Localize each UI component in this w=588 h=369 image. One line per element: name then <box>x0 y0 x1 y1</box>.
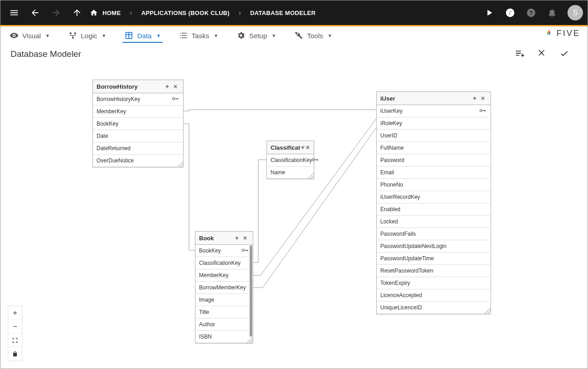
table-field[interactable]: Author <box>195 318 253 331</box>
table-field[interactable]: UniqueLicenceID <box>377 302 491 314</box>
menu-data[interactable]: Data▼ <box>123 28 163 43</box>
table-field[interactable]: BookKey <box>195 245 253 257</box>
menu-visual[interactable]: Visual▼ <box>8 28 52 43</box>
table-header[interactable]: BorrowHistory+× <box>93 80 183 93</box>
svg-rect-21 <box>484 111 485 111</box>
breadcrumb-applications[interactable]: APPLICATIONS (BOOK CLUB) <box>139 10 231 16</box>
table-field[interactable]: Name <box>267 167 314 179</box>
table-header[interactable]: Classificat+× <box>267 141 314 154</box>
table-borrowhistory[interactable]: BorrowHistory+×BorrowHistoryKeyMemberKey… <box>92 80 184 167</box>
svg-rect-13 <box>317 160 317 161</box>
table-field[interactable]: ClassificationKey <box>267 154 314 167</box>
table-field[interactable]: ISBN <box>195 331 253 343</box>
field-name: TokenExpiry <box>380 280 487 286</box>
menu-tasks[interactable]: Tasks▼ <box>177 28 220 43</box>
field-name: PasswordUpdateTime <box>380 255 487 262</box>
table-field[interactable]: TokenExpiry <box>377 277 491 289</box>
menu-logic[interactable]: Logic▼ <box>66 28 108 43</box>
field-name: OverDueNotice <box>97 157 179 164</box>
add-list-icon[interactable] <box>515 48 525 60</box>
field-name: FullName <box>380 145 487 151</box>
hamburger-menu-icon[interactable] <box>5 4 23 22</box>
play-icon[interactable] <box>480 4 498 22</box>
add-field-icon[interactable]: + <box>163 83 171 90</box>
table-field[interactable]: Email <box>377 167 491 179</box>
add-field-icon[interactable]: + <box>470 95 479 102</box>
close-table-icon[interactable]: × <box>171 83 179 90</box>
table-classificat[interactable]: Classificat+×ClassificationKeyName <box>266 141 314 179</box>
menu-label: Setup <box>249 32 267 40</box>
table-field[interactable]: DateReturned <box>93 142 183 155</box>
table-field[interactable]: Locked <box>377 216 491 228</box>
resize-handle[interactable] <box>484 308 491 314</box>
menu-setup[interactable]: Setup▼ <box>235 28 278 43</box>
title-bar: Database Modeler <box>0 45 588 60</box>
breadcrumb-home[interactable]: HOME <box>101 10 123 16</box>
top-header: HOME › APPLICATIONS (BOOK CLUB) › DATABA… <box>0 0 588 25</box>
field-name: Date <box>97 133 179 139</box>
logic-icon <box>68 31 77 40</box>
table-field[interactable]: Enabled <box>377 203 491 216</box>
search-icon[interactable] <box>501 4 519 22</box>
field-name: iUserKey <box>380 108 480 114</box>
table-header[interactable]: iUser+× <box>377 92 491 105</box>
table-field[interactable]: OverDueNotice <box>93 155 183 167</box>
table-field[interactable]: Password <box>377 154 491 167</box>
table-field[interactable]: MemberKey <box>93 106 183 118</box>
svg-rect-12 <box>317 160 318 161</box>
field-name: BookKey <box>97 121 179 127</box>
table-field[interactable]: UserID <box>377 130 491 142</box>
table-book[interactable]: Book+×BookKeyClassificationKeyMemberKeyB… <box>195 231 253 344</box>
table-field[interactable]: Image <box>195 294 253 306</box>
up-arrow-icon[interactable] <box>68 4 86 22</box>
table-field[interactable]: BorrowHistoryKey <box>93 93 183 106</box>
table-field[interactable]: iUserRecordKey <box>377 191 491 203</box>
resize-handle[interactable] <box>177 161 183 167</box>
back-arrow-icon[interactable] <box>26 4 44 22</box>
svg-point-14 <box>242 249 245 252</box>
field-name: Enabled <box>380 206 487 212</box>
table-field[interactable]: FullName <box>377 142 491 154</box>
table-field[interactable]: ResetPasswordToken <box>377 265 491 277</box>
table-field[interactable]: BookKey <box>93 118 183 130</box>
breadcrumb-current[interactable]: DATABASE MODELER <box>248 10 317 16</box>
table-field[interactable]: iRoleKey <box>377 117 491 130</box>
resize-handle[interactable] <box>246 337 253 343</box>
field-name: BorrowHistoryKey <box>97 96 172 102</box>
table-field[interactable]: PasswordUpdateTime <box>377 253 491 265</box>
table-field[interactable]: Date <box>93 130 183 142</box>
table-field[interactable]: PasswordFails <box>377 228 491 240</box>
close-table-icon[interactable]: × <box>305 144 310 151</box>
close-table-icon[interactable]: × <box>241 234 249 242</box>
table-field[interactable]: PhoneNo <box>377 179 491 191</box>
close-table-icon[interactable]: × <box>479 95 487 102</box>
field-name: PhoneNo <box>380 182 487 188</box>
table-field[interactable]: Title <box>195 306 253 318</box>
table-field[interactable]: iUserKey <box>377 105 491 117</box>
table-field[interactable]: MemberKey <box>195 269 253 282</box>
add-field-icon[interactable]: + <box>233 234 241 242</box>
zoom-out-button[interactable]: − <box>8 320 22 334</box>
close-icon[interactable] <box>537 48 547 60</box>
zoom-in-button[interactable]: + <box>8 306 22 320</box>
svg-point-6 <box>173 98 175 100</box>
help-icon[interactable]: ? <box>522 4 540 22</box>
svg-point-10 <box>312 159 315 161</box>
modeler-canvas[interactable]: BorrowHistory+×BorrowHistoryKeyMemberKey… <box>0 60 588 369</box>
fullscreen-button[interactable] <box>8 334 22 347</box>
resize-handle[interactable] <box>307 172 314 179</box>
menu-tools[interactable]: Tools▼ <box>292 28 334 43</box>
avatar[interactable]: S <box>568 5 583 20</box>
lock-button[interactable] <box>8 347 22 361</box>
field-name: ClassificationKey <box>271 157 312 163</box>
table-iuser[interactable]: iUser+×iUserKeyiRoleKeyUserIDFullNamePas… <box>376 91 491 314</box>
scrollbar[interactable] <box>250 245 252 337</box>
table-field[interactable]: BorrowMemberKey <box>195 282 253 294</box>
notifications-icon[interactable] <box>543 4 561 22</box>
add-field-icon[interactable]: + <box>300 144 305 151</box>
table-field[interactable]: LicenceAccepted <box>377 289 491 302</box>
table-field[interactable]: ClassificationKey <box>195 257 253 269</box>
table-field[interactable]: PasswordUpdateNextLogin <box>377 240 491 253</box>
table-header[interactable]: Book+× <box>195 232 253 245</box>
check-icon[interactable] <box>559 48 569 60</box>
